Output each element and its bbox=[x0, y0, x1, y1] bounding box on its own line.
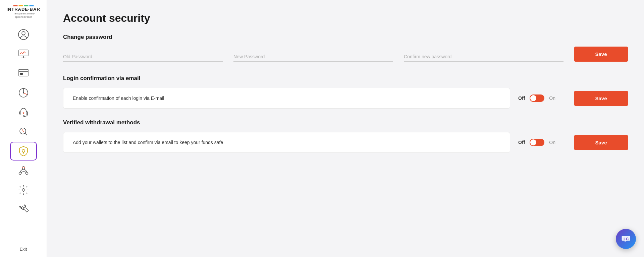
logo-brand: INTRADE·BAR bbox=[6, 7, 40, 11]
confirm-password-input[interactable] bbox=[404, 52, 564, 62]
login-toggle-slider[interactable] bbox=[530, 94, 544, 102]
analytics-icon bbox=[17, 87, 30, 99]
user-circle-icon bbox=[17, 28, 30, 41]
withdrawal-methods-row: Add your wallets to the list and confirm… bbox=[63, 132, 628, 153]
svg-point-15 bbox=[22, 189, 25, 191]
login-toggle-controls: Off On bbox=[518, 94, 555, 102]
history-icon bbox=[17, 126, 30, 138]
withdrawal-controls: Off On Save bbox=[518, 135, 628, 150]
withdrawal-methods-card: Add your wallets to the list and confirm… bbox=[63, 132, 510, 153]
withdrawal-toggle-controls: Off On bbox=[518, 139, 555, 146]
sidebar-item-profile[interactable] bbox=[10, 25, 37, 44]
svg-point-6 bbox=[23, 92, 24, 93]
sidebar-item-history[interactable] bbox=[10, 122, 37, 141]
svg-point-1 bbox=[22, 31, 25, 35]
svg-point-11 bbox=[22, 149, 25, 152]
withdrawal-methods-title: Verified withdrawal methods bbox=[63, 119, 628, 126]
svg-point-0 bbox=[18, 29, 29, 40]
svg-rect-7 bbox=[19, 112, 21, 114]
svg-rect-3 bbox=[19, 69, 28, 76]
sidebar-item-security[interactable] bbox=[10, 142, 37, 160]
sidebar-item-tools[interactable] bbox=[10, 200, 37, 219]
logo-tagline: Transparent binaryoptions broker bbox=[12, 12, 35, 19]
old-password-input[interactable] bbox=[63, 52, 223, 62]
withdrawal-toggle-on-label: On bbox=[549, 140, 555, 145]
support-icon bbox=[17, 106, 30, 118]
chat-bubble-button[interactable]: LC bbox=[616, 229, 636, 249]
sidebar-item-trading-terminal[interactable] bbox=[10, 45, 37, 63]
exit-button[interactable]: Exit bbox=[20, 247, 27, 252]
change-password-section: Change password Save bbox=[63, 34, 628, 62]
withdrawal-toggle-off-label: Off bbox=[518, 140, 525, 145]
sidebar-item-settings[interactable] bbox=[10, 181, 37, 199]
withdrawal-methods-description: Add your wallets to the list and confirm… bbox=[73, 140, 500, 145]
logo-bar bbox=[13, 5, 34, 6]
referral-icon bbox=[17, 165, 30, 177]
withdrawal-toggle-switch[interactable] bbox=[530, 139, 544, 146]
login-toggle-switch[interactable] bbox=[530, 94, 544, 102]
withdrawal-methods-section: Verified withdrawal methods Add your wal… bbox=[63, 119, 628, 153]
old-password-field bbox=[63, 52, 223, 62]
login-confirmation-section: Login confirmation via email Enable conf… bbox=[63, 75, 628, 109]
login-confirmation-controls: Off On Save bbox=[518, 91, 628, 106]
change-password-title: Change password bbox=[63, 34, 628, 41]
trading-terminal-icon bbox=[17, 48, 30, 60]
new-password-field bbox=[233, 52, 393, 62]
security-shield-icon bbox=[17, 145, 30, 157]
main-content: Account security Change password Save Lo… bbox=[47, 0, 644, 257]
withdrawal-toggle-slider[interactable] bbox=[530, 139, 544, 146]
sidebar-item-transactions[interactable] bbox=[10, 64, 37, 83]
chat-bubble-icon: LC bbox=[621, 234, 631, 244]
svg-rect-8 bbox=[26, 112, 28, 114]
new-password-input[interactable] bbox=[233, 52, 393, 62]
transactions-icon bbox=[17, 67, 30, 79]
password-row: Save bbox=[63, 47, 628, 62]
withdrawal-save-button[interactable]: Save bbox=[574, 135, 628, 150]
settings-icon bbox=[17, 184, 30, 196]
login-confirmation-title: Login confirmation via email bbox=[63, 75, 628, 82]
login-confirmation-card: Enable confirmation of each login via E-… bbox=[63, 88, 510, 109]
svg-text:LC: LC bbox=[624, 237, 629, 241]
change-password-save-button[interactable]: Save bbox=[574, 47, 628, 62]
sidebar-item-support[interactable] bbox=[10, 103, 37, 122]
nav-icons bbox=[10, 25, 37, 247]
login-confirmation-save-button[interactable]: Save bbox=[574, 91, 628, 106]
logo: INTRADE·BAR Transparent binaryoptions br… bbox=[6, 5, 40, 19]
svg-rect-4 bbox=[20, 73, 23, 75]
sidebar: INTRADE·BAR Transparent binaryoptions br… bbox=[0, 0, 47, 257]
svg-point-13 bbox=[19, 172, 21, 174]
login-toggle-off-label: Off bbox=[518, 95, 525, 101]
page-title: Account security bbox=[63, 12, 628, 24]
tools-icon bbox=[17, 203, 30, 215]
login-confirmation-row: Enable confirmation of each login via E-… bbox=[63, 88, 628, 109]
confirm-password-field bbox=[404, 52, 564, 62]
sidebar-item-referral[interactable] bbox=[10, 161, 37, 180]
svg-point-9 bbox=[23, 116, 24, 117]
login-toggle-on-label: On bbox=[549, 95, 555, 101]
sidebar-item-analytics[interactable] bbox=[10, 83, 37, 102]
login-confirmation-description: Enable confirmation of each login via E-… bbox=[73, 95, 500, 101]
